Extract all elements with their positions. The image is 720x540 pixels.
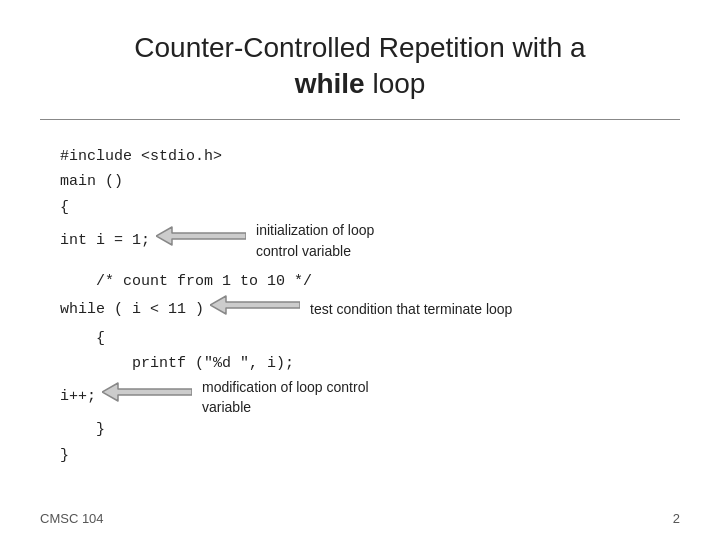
- footer-course: CMSC 104: [40, 511, 104, 526]
- annotation-1-line1: initialization of loop: [256, 220, 374, 240]
- annotation-1-line2: control variable: [256, 241, 374, 261]
- svg-marker-2: [102, 383, 192, 401]
- title-area: Counter-Controlled Repetition with a whi…: [40, 30, 680, 103]
- annotation-3-line2: variable: [202, 397, 369, 417]
- title-normal-word: loop: [365, 68, 426, 99]
- code-line-close-brace2: }: [60, 443, 680, 469]
- annotation-1: initialization of loop control variable: [256, 220, 374, 261]
- code-text-include: #include <stdio.h>: [60, 144, 222, 170]
- code-text-close-brace2: }: [60, 443, 69, 469]
- code-block: #include <stdio.h> main () { int i = 1;: [60, 144, 680, 469]
- code-line-int-i: int i = 1; initialization of loop contro…: [60, 220, 680, 261]
- content-area: #include <stdio.h> main () { int i = 1;: [40, 144, 680, 469]
- code-text-i-plus: i++;: [60, 384, 96, 410]
- code-text-close-brace1: }: [60, 417, 105, 443]
- title-divider: [40, 119, 680, 120]
- code-text-open-brace: {: [60, 195, 69, 221]
- footer: CMSC 104 2: [40, 511, 680, 526]
- code-line-open-brace2: {: [60, 326, 680, 352]
- title-text-line1: Counter-Controlled Repetition with a: [134, 32, 585, 63]
- code-line-comment: /* count from 1 to 10 */: [60, 269, 680, 295]
- title-line2: while loop: [40, 66, 680, 102]
- code-text-main: main (): [60, 169, 123, 195]
- code-line-i-plus: i++; modification of loop control variab…: [60, 377, 680, 418]
- arrow-icon-3: [102, 381, 192, 413]
- arrow-icon-2: [210, 294, 300, 326]
- code-line-blank: [60, 261, 680, 269]
- slide: Counter-Controlled Repetition with a whi…: [0, 0, 720, 540]
- code-text-int-i: int i = 1;: [60, 228, 150, 254]
- code-text-printf: printf ("%d ", i);: [60, 351, 294, 377]
- code-text-while: while ( i < 11 ): [60, 297, 204, 323]
- title-bold-word: while: [295, 68, 365, 99]
- footer-page-number: 2: [673, 511, 680, 526]
- annotation-3-line1: modification of loop control: [202, 377, 369, 397]
- annotation-2: test condition that terminate loop: [310, 300, 512, 320]
- code-line-include: #include <stdio.h>: [60, 144, 680, 170]
- svg-marker-1: [210, 296, 300, 314]
- arrow-icon-1: [156, 225, 246, 257]
- code-line-close-brace1: }: [60, 417, 680, 443]
- svg-marker-0: [156, 227, 246, 245]
- title-line1: Counter-Controlled Repetition with a: [40, 30, 680, 66]
- code-line-printf: printf ("%d ", i);: [60, 351, 680, 377]
- code-line-while: while ( i < 11 ) test condition that ter…: [60, 294, 680, 326]
- code-line-main: main (): [60, 169, 680, 195]
- annotation-3: modification of loop control variable: [202, 377, 369, 418]
- code-text-comment: /* count from 1 to 10 */: [60, 269, 312, 295]
- code-text-open-brace2: {: [60, 326, 105, 352]
- code-line-open-brace: {: [60, 195, 680, 221]
